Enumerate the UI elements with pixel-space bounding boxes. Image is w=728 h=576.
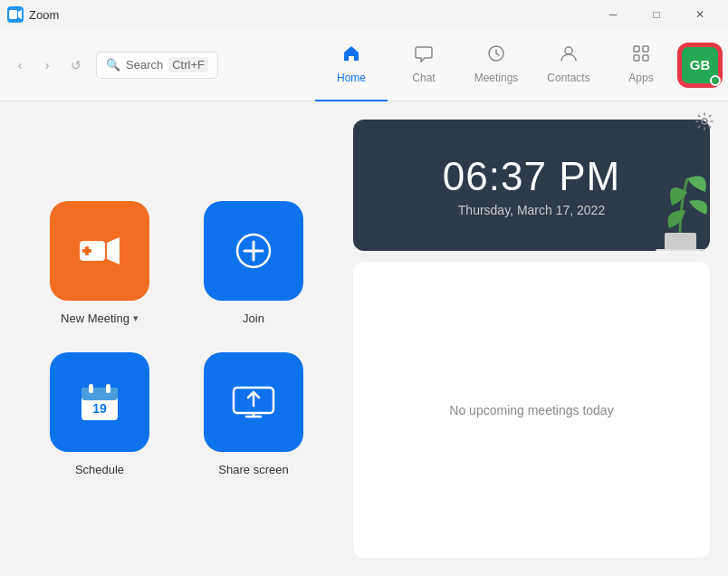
svg-rect-17	[81, 388, 118, 400]
tab-chat[interactable]: Chat	[388, 29, 460, 101]
tab-apps[interactable]: Apps	[605, 29, 677, 101]
svg-rect-25	[665, 233, 696, 251]
svg-rect-4	[634, 46, 639, 52]
tab-contacts-label: Contacts	[547, 72, 589, 84]
svg-rect-12	[82, 249, 91, 253]
share-screen-button[interactable]	[204, 352, 303, 452]
tab-chat-label: Chat	[412, 72, 435, 84]
current-date: Thursday, March 17, 2022	[458, 203, 605, 217]
search-icon: 🔍	[106, 58, 120, 72]
schedule-label: Schedule	[75, 463, 124, 476]
share-screen-label: Share screen	[218, 463, 288, 476]
meetings-icon	[486, 43, 506, 68]
apps-icon	[631, 43, 651, 68]
svg-point-3	[565, 47, 572, 54]
svg-marker-1	[18, 10, 22, 19]
title-bar: Zoom ─ □ ✕	[0, 0, 728, 29]
nav-arrows: ‹ ›	[7, 53, 60, 78]
schedule-button[interactable]: 19	[50, 352, 149, 452]
join-button[interactable]	[204, 201, 303, 301]
svg-rect-19	[106, 384, 110, 393]
toolbar: ‹ › ↺ 🔍 Search Ctrl+F Home Chat	[0, 29, 728, 101]
app-title: Zoom	[29, 8, 59, 22]
svg-rect-18	[89, 384, 93, 393]
tab-meetings-label: Meetings	[474, 72, 519, 84]
search-shortcut: Ctrl+F	[168, 57, 208, 72]
svg-text:19: 19	[92, 401, 107, 416]
svg-rect-6	[634, 55, 639, 61]
profile-status-badge	[710, 75, 721, 86]
new-meeting-button[interactable]	[50, 201, 149, 301]
calendar-card: 06:37 PM Thursday, March 17, 2022	[353, 120, 710, 251]
contacts-icon	[559, 43, 579, 68]
tab-apps-label: Apps	[628, 72, 653, 84]
tab-contacts[interactable]: Contacts	[532, 29, 605, 101]
no-meetings-message: No upcoming meetings today	[449, 403, 613, 418]
home-icon	[341, 43, 361, 68]
svg-rect-5	[643, 46, 648, 52]
window-controls: ─ □ ✕	[592, 0, 721, 29]
minimize-button[interactable]: ─	[592, 0, 634, 29]
app-logo: Zoom	[7, 6, 59, 23]
join-item[interactable]: Join	[204, 201, 303, 325]
search-label: Search	[126, 58, 163, 72]
right-panel: 06:37 PM Thursday, March 17, 2022	[353, 101, 728, 576]
settings-button[interactable]	[695, 112, 714, 135]
search-box[interactable]: 🔍 Search Ctrl+F	[96, 52, 218, 79]
current-time: 06:37 PM	[443, 154, 620, 199]
svg-rect-7	[643, 55, 648, 61]
history-button[interactable]: ↺	[63, 53, 89, 78]
left-panel: New Meeting ▾ Join	[0, 101, 353, 576]
dropdown-arrow: ▾	[133, 312, 139, 324]
maximize-button[interactable]: □	[636, 0, 677, 29]
share-screen-item[interactable]: Share screen	[204, 352, 303, 476]
zoom-icon	[7, 6, 24, 23]
forward-button[interactable]: ›	[34, 53, 60, 78]
svg-point-8	[702, 119, 707, 124]
tab-home-label: Home	[337, 72, 366, 84]
svg-marker-10	[107, 237, 120, 264]
chat-icon	[414, 43, 434, 68]
schedule-item[interactable]: 19 Schedule	[50, 352, 149, 476]
svg-rect-26	[656, 249, 705, 251]
plant-decoration	[637, 151, 710, 251]
meetings-section: No upcoming meetings today	[353, 262, 710, 558]
close-button[interactable]: ✕	[679, 0, 721, 29]
main-content: New Meeting ▾ Join	[0, 101, 728, 576]
action-grid: New Meeting ▾ Join	[50, 201, 303, 476]
new-meeting-item[interactable]: New Meeting ▾	[50, 201, 149, 325]
nav-tabs: Home Chat Meetings	[315, 29, 677, 101]
new-meeting-label: New Meeting ▾	[61, 312, 139, 325]
back-button[interactable]: ‹	[7, 53, 33, 78]
profile-button[interactable]: GB	[679, 44, 721, 86]
svg-rect-0	[9, 10, 17, 19]
profile-initials: GB	[690, 57, 711, 72]
tab-home[interactable]: Home	[315, 29, 388, 101]
tab-meetings[interactable]: Meetings	[460, 29, 532, 101]
join-label: Join	[243, 312, 264, 325]
